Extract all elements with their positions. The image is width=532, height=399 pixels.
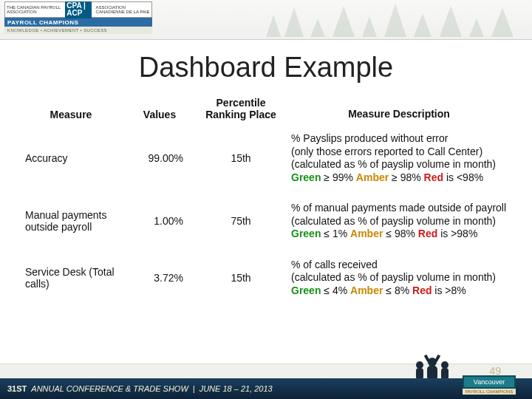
logo-block: THE CANADIAN PAYROLL ASSOCIATION CPA | A… [4, 1, 152, 34]
cell-rank: 15th [197, 251, 285, 308]
conf-dates: JUNE 18 – 21, 2013 [200, 384, 273, 393]
city-sub: PAYROLL CHAMPIONS [463, 389, 516, 395]
slide-title: Dashboard Example [0, 52, 532, 83]
cell-measure: Accuracy [19, 125, 123, 194]
logo-org-row: THE CANADIAN PAYROLL ASSOCIATION CPA | A… [4, 1, 152, 18]
footer: 31ST ANNUAL CONFERENCE & TRADE SHOW | JU… [0, 364, 532, 399]
cell-desc: % of calls received(calculated as % of p… [285, 251, 513, 308]
cell-rank: 75th [197, 194, 285, 251]
cell-desc: % Payslips produced without error(only t… [285, 125, 513, 194]
cell-desc: % of manual payments made outside of pay… [285, 194, 513, 251]
svg-rect-17 [434, 355, 440, 363]
th-desc: Measure Description [285, 89, 513, 125]
cell-measure: Manual payments outside payroll [19, 194, 123, 251]
svg-rect-16 [424, 355, 430, 363]
svg-marker-4 [362, 16, 377, 37]
dashboard-table: MeasureValuesPercentile Ranking PlaceMea… [19, 89, 513, 307]
separator: | [193, 384, 195, 393]
cell-value: 99.00% [123, 125, 197, 194]
svg-marker-6 [414, 13, 432, 37]
org-left: THE CANADIAN PAYROLL ASSOCIATION [5, 4, 62, 16]
footer-bar: 31ST ANNUAL CONFERENCE & TRADE SHOW | JU… [0, 378, 532, 399]
svg-point-10 [416, 361, 423, 369]
cell-rank: 15th [197, 125, 285, 194]
svg-point-12 [428, 358, 437, 366]
trees-decoration [251, 0, 532, 40]
org-right: ASSOCIATION CANADIENNE DE LA PAIE [95, 4, 151, 16]
banner-title: PAYROLL CHAMPIONS [4, 18, 152, 27]
city-badge: Vancouver PAYROLL CHAMPIONS [463, 375, 516, 395]
cell-value: 1.00% [123, 194, 197, 251]
th-values: Values [123, 89, 197, 125]
header: THE CANADIAN PAYROLL ASSOCIATION CPA | A… [0, 0, 532, 40]
svg-marker-7 [440, 6, 462, 37]
th-rank: Percentile Ranking Place [197, 89, 285, 125]
banner-tagline: KNOWLEDGE • ACHIEVEMENT • SUCCESS [4, 27, 152, 34]
th-measure: Measure [19, 89, 123, 125]
conf-ordinal: 31ST [7, 384, 27, 393]
svg-marker-0 [266, 15, 281, 37]
svg-marker-1 [284, 7, 304, 37]
svg-point-14 [441, 361, 449, 369]
logo-abbr: CPA | ACP [65, 1, 91, 18]
content-area: MeasureValuesPercentile Ranking PlaceMea… [0, 89, 532, 307]
cell-value: 3.72% [123, 251, 197, 308]
conf-text: ANNUAL CONFERENCE & TRADE SHOW [31, 384, 188, 393]
svg-marker-2 [310, 18, 325, 37]
svg-marker-8 [469, 18, 484, 37]
svg-marker-5 [384, 4, 406, 37]
cell-measure: Service Desk (Total calls) [19, 251, 123, 308]
svg-marker-3 [332, 6, 355, 37]
city-name: Vancouver [463, 375, 516, 389]
svg-marker-9 [491, 7, 514, 37]
